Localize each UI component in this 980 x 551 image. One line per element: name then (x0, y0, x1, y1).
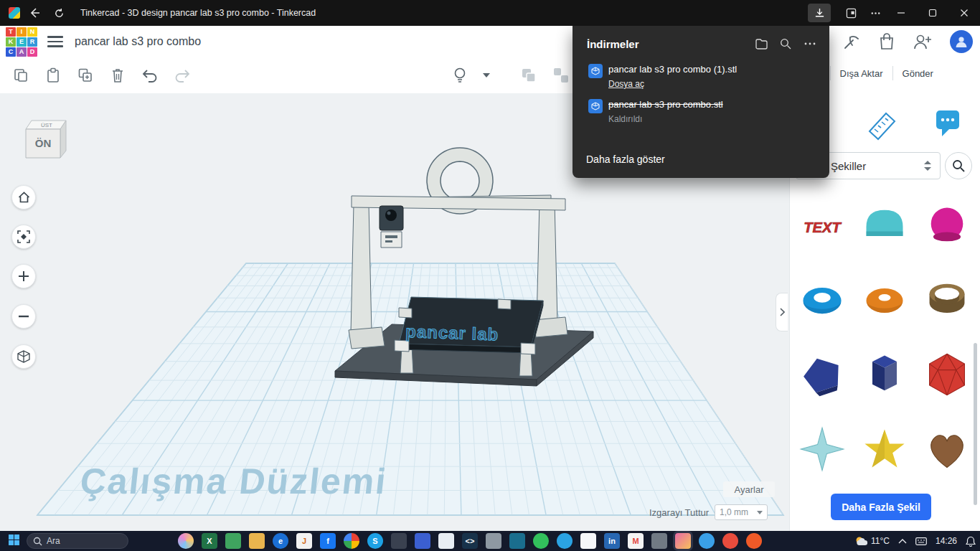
ruler-tool-icon[interactable] (866, 106, 899, 141)
shape-round-roof[interactable] (853, 188, 915, 263)
zoom-in-button[interactable] (11, 264, 36, 288)
show-all-button[interactable] (448, 63, 472, 88)
copilot-icon[interactable] (178, 533, 194, 549)
settings-icon[interactable] (651, 533, 667, 549)
mail-icon[interactable]: M (628, 533, 644, 549)
shape-heart[interactable] (915, 412, 978, 486)
more-shapes-button[interactable]: Daha Fazla Şekil (831, 494, 931, 520)
excel-icon[interactable]: X (202, 533, 217, 549)
edge-beta-icon[interactable] (699, 533, 715, 549)
shape-tube[interactable] (915, 263, 978, 337)
menu-icon[interactable] (47, 33, 63, 50)
tools-icon[interactable] (486, 533, 501, 549)
model-left-post (351, 204, 372, 333)
shape-text[interactable]: TEXT (791, 188, 853, 263)
refresh-button[interactable] (49, 3, 69, 23)
panel-collapse-handle[interactable] (776, 293, 788, 331)
open-file-link[interactable]: Dosya aç (608, 79, 644, 89)
keyboard-language-icon[interactable] (915, 537, 927, 545)
cura-icon[interactable] (509, 533, 525, 549)
show-more-downloads-link[interactable]: Daha fazla göster (586, 154, 665, 165)
shape-star-4point[interactable] (791, 412, 853, 486)
shape-paraboloid[interactable] (915, 188, 978, 263)
export-button[interactable]: Dışa Aktar (840, 68, 883, 79)
download-item[interactable]: pancar lab s3 pro combo.stl Kaldırıldı (573, 94, 829, 128)
start-button[interactable] (9, 534, 19, 548)
back-button[interactable] (24, 3, 44, 23)
open-downloads-folder-button[interactable] (753, 36, 769, 52)
delete-button[interactable] (105, 63, 130, 88)
browser-titlebar: Tinkercad - 3D design pancar lab s3 pro … (0, 0, 980, 26)
shape-torus[interactable] (791, 263, 853, 337)
browser-hub-button[interactable] (841, 3, 861, 23)
chrome-icon[interactable] (344, 533, 359, 549)
lightbulb-icon (453, 67, 467, 84)
edge-icon[interactable]: e (273, 533, 288, 549)
downloads-button[interactable] (808, 4, 831, 22)
shape-torus-thick[interactable] (853, 263, 915, 337)
snap-grid-select[interactable]: 1,0 mm (715, 504, 768, 520)
maximize-button[interactable] (917, 0, 948, 26)
card-icon[interactable] (580, 533, 596, 549)
back-icon (29, 7, 40, 19)
pickaxe-icon[interactable] (842, 32, 861, 51)
shape-star-5point[interactable] (853, 412, 915, 486)
sheets-icon[interactable] (225, 533, 241, 549)
model-text[interactable]: pancar lab (405, 321, 499, 344)
notification-bell-icon[interactable] (966, 536, 976, 547)
tinkercad-logo[interactable]: TIN KER CAD (6, 27, 37, 57)
clock[interactable]: 14:26 (936, 536, 957, 546)
shopping-bag-icon[interactable] (878, 32, 895, 51)
group-icon (520, 67, 537, 84)
minimize-button[interactable] (885, 0, 917, 26)
redo-button[interactable] (170, 63, 194, 88)
download-item[interactable]: pancar lab s3 pro combo (1).stl Dosya aç (573, 59, 829, 94)
paint3d-icon[interactable] (415, 533, 430, 549)
shape-polygon[interactable] (791, 337, 853, 412)
paste-button[interactable] (41, 63, 65, 88)
shape-search-button[interactable] (945, 152, 972, 179)
search-downloads-button[interactable] (778, 36, 793, 52)
phone-link-icon[interactable] (438, 533, 454, 549)
weather-widget[interactable]: 11°C (855, 536, 890, 546)
ungroup-button[interactable] (549, 63, 573, 88)
home-view-button[interactable] (11, 185, 36, 209)
view-cube[interactable]: ÜST ÖN (19, 113, 72, 169)
shape-hex-prism[interactable] (853, 337, 915, 412)
avatar[interactable] (950, 30, 973, 53)
panel-scrollbar[interactable] (974, 343, 977, 505)
browser-menu-button[interactable] (865, 3, 885, 23)
hidden-icons-chevron[interactable] (898, 539, 907, 544)
opera-icon[interactable] (722, 533, 738, 549)
taskbar-search[interactable]: Ara (27, 533, 128, 549)
copy-button[interactable] (9, 63, 33, 88)
show-all-caret[interactable] (480, 63, 493, 88)
fit-view-button[interactable] (11, 225, 36, 249)
linkedin-icon[interactable]: in (604, 533, 620, 549)
downloads-more-button[interactable] (802, 36, 818, 52)
facebook-icon[interactable]: f (320, 533, 336, 549)
document-icon[interactable]: J (296, 533, 312, 549)
skype-icon[interactable]: S (367, 533, 383, 549)
weather-icon (855, 536, 867, 546)
zoom-out-button[interactable] (11, 304, 36, 329)
undo-button[interactable] (138, 63, 162, 88)
telegram-icon[interactable] (557, 533, 573, 549)
invite-person-icon[interactable] (913, 32, 933, 51)
shape-icosahedron[interactable] (915, 337, 978, 412)
close-button[interactable] (948, 0, 980, 26)
box-icon[interactable] (391, 533, 407, 549)
duplicate-button[interactable] (73, 63, 98, 88)
vscode-icon[interactable]: <> (462, 533, 478, 549)
folder-icon[interactable] (249, 533, 265, 549)
photos-icon[interactable] (675, 533, 691, 549)
download-file-name: pancar lab s3 pro combo (1).stl (608, 63, 737, 75)
group-button[interactable] (517, 63, 541, 88)
notes-tool-icon[interactable] (933, 108, 962, 138)
design-title[interactable]: pancar lab s3 pro combo (75, 35, 201, 48)
whatsapp-icon[interactable] (533, 533, 549, 549)
perspective-toggle-button[interactable] (11, 344, 36, 369)
brave-icon[interactable] (746, 533, 762, 549)
settings-button[interactable]: Ayarlar (723, 481, 775, 497)
send-button[interactable]: Gönder (903, 68, 933, 79)
